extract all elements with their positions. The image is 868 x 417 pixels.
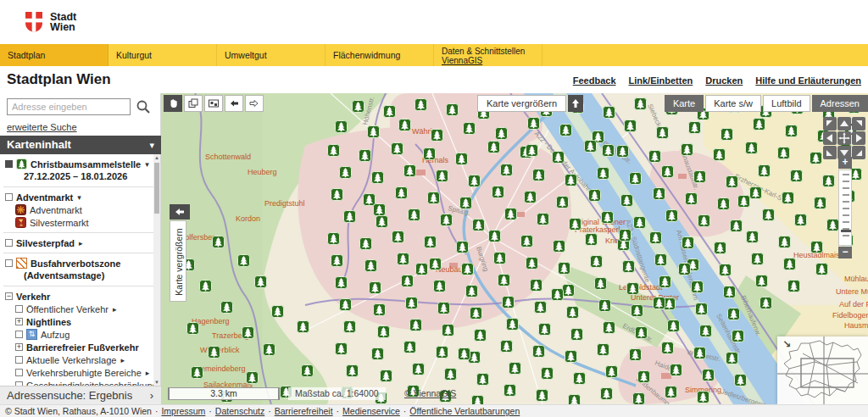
tree-marker[interactable] [425, 236, 437, 248]
collapse-left-button[interactable] [170, 204, 190, 220]
tree-marker[interactable] [399, 120, 411, 131]
scroll-up-icon[interactable]: ▲ [153, 155, 160, 160]
tree-marker[interactable] [638, 371, 650, 383]
tree-marker[interactable] [759, 165, 771, 177]
tree-marker[interactable] [604, 107, 615, 119]
tree-marker[interactable] [589, 190, 601, 202]
tree-marker[interactable] [703, 370, 715, 381]
layer-checkbox[interactable] [5, 160, 13, 168]
zoom-in-button[interactable]: + [838, 157, 852, 169]
tree-marker[interactable] [696, 303, 708, 315]
tree-marker[interactable] [302, 365, 314, 377]
extent-overview-button[interactable] [204, 95, 223, 112]
tree-marker[interactable] [823, 175, 835, 187]
layer-checkbox[interactable] [5, 259, 13, 267]
tree-marker[interactable] [528, 118, 540, 130]
tree-marker[interactable] [410, 320, 422, 331]
viennagis-attribution-link[interactable]: © ViennaGIS [404, 388, 456, 398]
tree-marker[interactable] [526, 258, 538, 270]
tree-marker[interactable] [784, 259, 796, 270]
layer-list-scrollbar[interactable]: ▲ ▼ [153, 154, 160, 386]
view-button-karte-s-w[interactable]: Karte s/w [705, 95, 761, 112]
tree-marker[interactable] [625, 120, 637, 132]
search-icon[interactable] [136, 99, 151, 114]
tree-marker[interactable] [424, 148, 436, 160]
tree-marker[interactable] [726, 176, 738, 188]
tree-marker[interactable] [488, 142, 500, 153]
tree-marker[interactable] [503, 297, 515, 309]
tree-marker[interactable] [827, 220, 839, 231]
tree-marker[interactable] [689, 122, 701, 134]
tree-marker[interactable] [507, 319, 519, 331]
tree-marker[interactable] [406, 297, 418, 309]
tree-marker[interactable] [374, 304, 386, 316]
tab-stadtplan[interactable]: Stadtplan [0, 44, 108, 66]
tree-marker[interactable] [601, 388, 613, 400]
tree-marker[interactable] [336, 121, 348, 133]
tree-marker[interactable] [633, 393, 645, 405]
tree-marker[interactable] [760, 297, 772, 309]
tree-marker[interactable] [682, 144, 693, 156]
tree-marker[interactable] [782, 192, 794, 204]
tree-marker[interactable] [552, 289, 564, 301]
enlarge-map-vertical-button[interactable]: Karte vergrößern [170, 220, 186, 302]
tree-marker[interactable] [441, 214, 453, 226]
tree-marker[interactable] [347, 365, 359, 377]
tree-marker[interactable] [636, 327, 648, 339]
layer-item-silvesterpfad[interactable]: Silvesterpfad▸ [0, 236, 154, 249]
footer-link-barrierefreiheit[interactable]: Barrierefreiheit [275, 406, 333, 416]
tree-marker[interactable] [724, 286, 736, 298]
tree-marker[interactable] [477, 374, 489, 386]
tree-marker[interactable] [221, 302, 233, 314]
layer-item-verkehrsberuhigte-bereiche[interactable]: Verkehrsberuhigte Bereiche▸ [0, 366, 154, 379]
tree-marker[interactable] [473, 220, 485, 231]
tab-kulturgut[interactable]: Kulturgut [108, 44, 217, 66]
tree-marker[interactable] [715, 242, 726, 254]
tree-marker[interactable] [791, 170, 803, 182]
tree-marker[interactable] [666, 210, 678, 222]
tree-marker[interactable] [525, 192, 537, 203]
tree-marker[interactable] [340, 299, 352, 311]
enlarge-map-button[interactable]: Karte vergrößern [477, 95, 566, 112]
tree-marker[interactable] [756, 275, 768, 287]
layer-checkbox[interactable] [15, 369, 23, 376]
tree-marker[interactable] [384, 106, 396, 118]
layer-item-barrierefreier-fu-verkehr[interactable]: +Barrierefreier Fußverkehr [0, 341, 154, 353]
tree-marker[interactable] [431, 130, 443, 142]
tree-marker[interactable] [795, 214, 807, 226]
tree-marker[interactable] [630, 173, 642, 185]
tree-marker[interactable] [328, 145, 340, 157]
layer-checkbox[interactable] [15, 331, 23, 338]
tree-marker[interactable] [788, 281, 800, 292]
tree-marker[interactable] [460, 197, 472, 209]
tree-marker[interactable] [509, 363, 521, 375]
tree-marker[interactable] [565, 175, 577, 186]
tree-marker[interactable] [255, 276, 267, 288]
tree-marker[interactable] [409, 209, 420, 221]
tree-marker[interactable] [428, 192, 440, 204]
tree-marker[interactable] [415, 99, 427, 111]
tree-marker[interactable] [621, 195, 633, 207]
layer-item-adventmarkt[interactable]: Adventmarkt▾ [0, 191, 154, 203]
tree-marker[interactable] [404, 342, 416, 353]
tree-marker[interactable] [187, 323, 199, 335]
tree-marker[interactable] [686, 193, 698, 205]
layer-item-nightlines[interactable]: +Nightlines [0, 315, 154, 328]
tab-umweltgut[interactable]: Umweltgut [217, 44, 326, 66]
tree-marker[interactable] [344, 321, 356, 333]
tree-marker[interactable] [732, 331, 744, 342]
zoom-slider-track[interactable] [838, 170, 852, 246]
tree-marker[interactable] [570, 219, 581, 231]
tree-marker[interactable] [374, 204, 386, 216]
tree-marker[interactable] [810, 153, 822, 164]
layer-item-aufzug[interactable]: ⇅Aufzug [0, 328, 154, 341]
tree-marker[interactable] [718, 198, 730, 210]
tree-marker[interactable] [533, 170, 545, 181]
tree-marker[interactable] [714, 149, 726, 161]
layer-item-aktuelle-verkehrslage[interactable]: Aktuelle Verkehrslage▸ [0, 353, 154, 366]
tree-marker[interactable] [815, 197, 826, 209]
scroll-down-icon[interactable]: ▼ [153, 380, 160, 385]
tree-marker[interactable] [598, 168, 609, 180]
tree-marker[interactable] [565, 351, 577, 363]
tab-daten-schnittstellen[interactable]: Daten & Schnittstellen ViennaGIS [434, 44, 542, 66]
